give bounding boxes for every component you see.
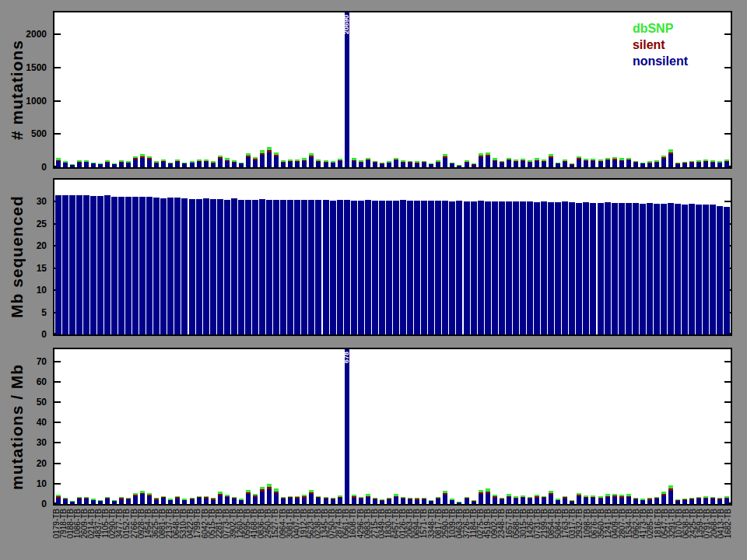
y-tick-label: 20 (6, 458, 47, 469)
y-tick-mark (724, 483, 731, 485)
bar-segment-silent (591, 497, 595, 498)
bar-segment-silent (549, 156, 553, 158)
y-tick-label: 0 (6, 499, 47, 509)
bar-segment-dbSNP (70, 501, 75, 502)
bar-segment-silent (352, 496, 356, 497)
bar-segment-dbSNP (598, 159, 603, 161)
bar-segment-silent (373, 162, 377, 163)
bar-segment-dbSNP (521, 159, 525, 160)
bar-segment-Mb sequenced (146, 197, 153, 334)
bar-segment-Mb sequenced (442, 201, 448, 334)
bar-segment-dbSNP (640, 163, 645, 163)
bar-segment-dbSNP (359, 497, 363, 499)
bar-segment-nonsilent (542, 498, 546, 504)
bar-segment-dbSNP (98, 500, 103, 501)
bar-segment-nonsilent (633, 163, 638, 167)
bar-segment-silent (422, 162, 426, 163)
bar-segment-nonsilent (563, 499, 567, 504)
bar-segment-Mb sequenced (449, 201, 455, 334)
bar-segment-dbSNP (182, 163, 187, 163)
bar-segment-nonsilent (605, 160, 610, 167)
y-tick-label: 5 (6, 307, 47, 318)
legend-item-dbsnp: dbSNP (633, 20, 688, 37)
y-tick-mark (54, 133, 61, 135)
bar-segment-silent (619, 160, 624, 161)
bar-segment-Mb sequenced (654, 204, 660, 334)
bar-segment-dbSNP (218, 156, 223, 158)
bar-segment-nonsilent (70, 502, 75, 504)
bar-segment-nonsilent (105, 163, 110, 167)
bar-segment-silent (302, 496, 307, 497)
bar-segment-silent (486, 492, 490, 493)
bar-segment-dbSNP (77, 160, 82, 162)
bar-segment-dbSNP (612, 494, 617, 495)
bar-segment-silent (394, 159, 398, 161)
bar-segment-Mb sequenced (626, 203, 632, 334)
bar-segment-dbSNP (274, 488, 279, 491)
bar-segment-dbSNP (70, 164, 75, 165)
bar-segment-silent (521, 497, 525, 498)
bar-segment-silent (479, 492, 483, 494)
bar-segment-dbSNP (647, 161, 652, 162)
bar-segment-dbSNP (514, 159, 518, 161)
bar-segment-Mb sequenced (640, 204, 646, 334)
bar-segment-silent (232, 498, 237, 499)
bar-segment-dbSNP (500, 161, 504, 162)
bar-segment-dbSNP (450, 499, 454, 499)
bar-segment-dbSNP (56, 495, 61, 496)
bar-segment-Mb sequenced (612, 203, 618, 334)
y-tick-mark (724, 67, 731, 68)
bar-segment-Mb sequenced (527, 201, 533, 334)
y-tick-mark (724, 381, 731, 383)
bar-segment-dbSNP (598, 496, 603, 498)
bar-segment-silent (689, 499, 694, 499)
bar-segment-nonsilent (689, 163, 694, 167)
bar-segment-silent (542, 161, 546, 162)
spike-value-label: 20690 (343, 15, 350, 34)
bar-segment-silent (133, 495, 138, 496)
bar-segment-nonsilent (175, 499, 180, 504)
bar-segment-Mb sequenced (428, 201, 434, 334)
bar-segment-Mb sequenced (153, 198, 160, 334)
bar-segment-dbSNP (140, 154, 145, 156)
bar-segment-nonsilent (232, 163, 237, 167)
bar-segment-dbSNP (486, 488, 490, 491)
bar-segment-silent (549, 493, 553, 495)
bar-segment-dbSNP (352, 495, 356, 496)
y-tick-label: 1500 (6, 62, 47, 73)
bar-segment-silent (521, 160, 525, 161)
bar-segment-nonsilent (324, 163, 328, 167)
bar-segment-silent (696, 162, 701, 163)
bar-segment-Mb sequenced (435, 201, 441, 334)
bar-segment-nonsilent (112, 501, 117, 504)
bar-segment-nonsilent (486, 493, 490, 504)
bar-segment-dbSNP (126, 161, 131, 162)
bar-segment-dbSNP (274, 152, 279, 155)
bar-segment-silent (493, 160, 497, 161)
bar-segment-dbSNP (654, 160, 659, 162)
bar-segment-Mb sequenced (583, 202, 589, 334)
bar-segment-silent (366, 159, 370, 161)
bar-segment-dbSNP (239, 499, 244, 499)
bar-segment-dbSNP (387, 161, 391, 162)
bar-segment-silent (654, 498, 659, 499)
bar-segment-Mb sequenced (55, 195, 61, 334)
bar-segment-dbSNP (63, 498, 68, 499)
bar-segment-Mb sequenced (386, 201, 392, 334)
bar-segment-silent (479, 156, 483, 157)
bar-segment-nonsilent (267, 489, 272, 504)
bar-segment-nonsilent (514, 162, 518, 167)
bar-segment-dbSNP (591, 495, 595, 497)
mb-sequenced-plot-area (54, 180, 731, 334)
bar-segment-silent (119, 498, 124, 499)
bar-segment-dbSNP (612, 157, 617, 159)
bar-segment-dbSNP (260, 150, 265, 152)
bar-segment-silent (436, 498, 440, 499)
bar-segment-nonsilent (253, 497, 258, 504)
bar-segment-Mb sequenced (689, 204, 695, 334)
bar-segment-silent (281, 498, 286, 499)
y-tick-label: 70 (6, 356, 47, 367)
bar-segment-nonsilent (472, 502, 476, 504)
bar-segment-silent (535, 160, 539, 161)
bar-segment-nonsilent (682, 500, 687, 504)
